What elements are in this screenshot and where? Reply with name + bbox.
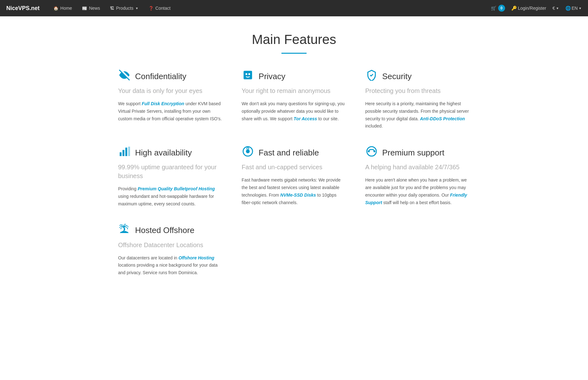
feature-fast-reliable: Fast and reliable Fast and un-capped ser… bbox=[242, 146, 346, 208]
svg-rect-1 bbox=[244, 71, 252, 79]
products-dropdown-icon: ▼ bbox=[135, 7, 139, 10]
cart-icon: 🛒 bbox=[491, 6, 496, 11]
fast-reliable-icon bbox=[242, 146, 254, 160]
confidentiality-desc: We support Full Disk Encryption under KV… bbox=[118, 100, 223, 122]
svg-rect-4 bbox=[120, 152, 122, 156]
nav-links: 🏠 Home 📰 News 🏗 Products ▼ ❓ Contact bbox=[49, 0, 491, 16]
fast-subtitle: Fast and un-capped services bbox=[242, 163, 346, 171]
privacy-desc: We don't ask you many questions for sign… bbox=[242, 100, 346, 122]
svg-rect-5 bbox=[122, 150, 124, 156]
offshore-title: Hosted Offshore bbox=[135, 225, 194, 235]
security-desc: Here security is a priority, maintaining… bbox=[365, 100, 470, 130]
support-subtitle: A helping hand available 24/7/365 bbox=[365, 163, 470, 171]
privacy-subtitle: Your right to remain anonymous bbox=[242, 86, 346, 95]
premium-support-icon bbox=[365, 146, 378, 160]
lang-dropdown-icon: ▼ bbox=[579, 7, 582, 10]
privacy-icon bbox=[242, 69, 254, 83]
svg-point-11 bbox=[368, 150, 370, 152]
high-availability-icon bbox=[118, 146, 131, 160]
currency-selector[interactable]: € ▼ bbox=[553, 6, 559, 11]
privacy-title: Privacy bbox=[259, 72, 285, 81]
globe-icon: 🌐 bbox=[565, 6, 571, 11]
main-content: Main Features Confidentiality Your data … bbox=[106, 16, 482, 296]
offshore-desc: Our datacenters are located in Offshore … bbox=[118, 254, 223, 277]
feature-offshore: 🏝 Hosted Offshore Offshore Datacenter Lo… bbox=[118, 224, 223, 277]
title-underline bbox=[281, 53, 307, 54]
cart-count: 0 bbox=[498, 5, 505, 12]
friendly-support-link[interactable]: Friendly Support bbox=[365, 193, 467, 205]
login-register-button[interactable]: 🔑 Login/Register bbox=[511, 6, 546, 11]
confidentiality-icon bbox=[118, 69, 131, 83]
svg-text:🏝: 🏝 bbox=[119, 224, 129, 235]
contact-icon: ❓ bbox=[149, 6, 154, 11]
home-icon: 🏠 bbox=[53, 6, 58, 11]
nav-contact[interactable]: ❓ Contact bbox=[144, 0, 175, 16]
high-availability-title: High availability bbox=[135, 148, 192, 158]
fast-reliable-title: Fast and reliable bbox=[259, 148, 319, 158]
premium-support-title: Premium support bbox=[382, 148, 444, 158]
feature-support-header: Premium support bbox=[365, 146, 470, 160]
fast-desc: Fast hardware meets gigabit networks: We… bbox=[242, 176, 346, 206]
feature-fast-header: Fast and reliable bbox=[242, 146, 346, 160]
offshore-subtitle: Offshore Datacenter Locations bbox=[118, 241, 223, 249]
support-desc: Here you aren't alone when you have a pr… bbox=[365, 176, 470, 206]
features-grid: Confidentiality Your data is only for yo… bbox=[118, 69, 470, 277]
products-icon: 🏗 bbox=[110, 6, 114, 11]
feature-offshore-header: 🏝 Hosted Offshore bbox=[118, 224, 223, 237]
svg-point-2 bbox=[246, 73, 248, 75]
svg-rect-7 bbox=[128, 147, 130, 156]
full-disk-encryption-link[interactable]: Full Disk Encryption bbox=[142, 101, 184, 106]
svg-point-12 bbox=[373, 150, 375, 152]
feature-ha-header: High availability bbox=[118, 146, 223, 160]
page-title: Main Features bbox=[118, 32, 470, 47]
nav-home[interactable]: 🏠 Home bbox=[49, 0, 76, 16]
security-title: Security bbox=[382, 72, 412, 81]
feature-confidentiality: Confidentiality Your data is only for yo… bbox=[118, 69, 223, 130]
feature-premium-support: Premium support A helping hand available… bbox=[365, 146, 470, 208]
brand-logo[interactable]: NiceVPS.net bbox=[6, 5, 40, 12]
feature-privacy-header: Privacy bbox=[242, 69, 346, 83]
confidentiality-subtitle: Your data is only for your eyes bbox=[118, 86, 223, 95]
nav-right: 🛒 0 🔑 Login/Register € ▼ 🌐 EN ▼ bbox=[491, 5, 582, 12]
anti-ddos-link[interactable]: Anti-DDoS Protection bbox=[420, 116, 465, 121]
feature-privacy: Privacy Your right to remain anonymous W… bbox=[242, 69, 346, 130]
security-subtitle: Protecting you from threats bbox=[365, 86, 470, 95]
offshore-icon: 🏝 bbox=[118, 224, 131, 237]
nav-products[interactable]: 🏗 Products ▼ bbox=[106, 0, 143, 16]
language-selector[interactable]: 🌐 EN ▼ bbox=[565, 6, 582, 11]
feature-security-header: Security bbox=[365, 69, 470, 83]
nav-news[interactable]: 📰 News bbox=[78, 0, 104, 16]
news-icon: 📰 bbox=[82, 6, 87, 11]
security-icon bbox=[365, 69, 378, 83]
feature-confidentiality-header: Confidentiality bbox=[118, 69, 223, 83]
svg-point-3 bbox=[248, 73, 250, 75]
feature-security: Security Protecting you from threats Her… bbox=[365, 69, 470, 130]
nvme-ssd-link[interactable]: NVMe-SSD Disks bbox=[280, 193, 316, 198]
navbar: NiceVPS.net 🏠 Home 📰 News 🏗 Products ▼ ❓… bbox=[0, 0, 588, 16]
tor-access-link[interactable]: Tor Access bbox=[294, 116, 317, 121]
cart-button[interactable]: 🛒 0 bbox=[491, 5, 505, 12]
currency-dropdown-icon: ▼ bbox=[556, 7, 559, 10]
offshore-hosting-link[interactable]: Offshore Hosting bbox=[178, 255, 214, 260]
ha-subtitle: 99.99% uptime guaranteed for your busine… bbox=[118, 163, 223, 180]
confidentiality-title: Confidentiality bbox=[135, 72, 186, 81]
feature-high-availability: High availability 99.99% uptime guarante… bbox=[118, 146, 223, 208]
bulletproof-hosting-link[interactable]: Premium Quality Bulletproof Hosting bbox=[138, 186, 215, 191]
svg-rect-6 bbox=[125, 148, 127, 156]
login-icon: 🔑 bbox=[511, 6, 517, 11]
ha-desc: Providing Premium Quality Bulletproof Ho… bbox=[118, 185, 223, 208]
